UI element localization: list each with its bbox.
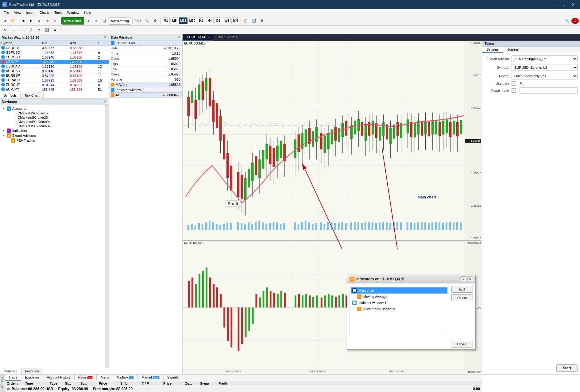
market-watch-row[interactable]: USDJPY 149.849 149.850 1 <box>0 60 109 64</box>
new-chart-button[interactable]: 🗂 <box>1 17 9 25</box>
term-tab-signals[interactable]: Signals <box>164 375 182 381</box>
market-watch-row[interactable]: USDCHF 0.89237 0.89238 1 <box>0 46 109 51</box>
chart-tab-eurusd[interactable]: EURUSD,M15 <box>183 34 213 40</box>
market-watch-row[interactable]: EURJPY 158.745 158.796 51 <box>0 87 109 92</box>
arrow-tool[interactable]: ↕ <box>67 26 75 34</box>
market-watch-row[interactable]: EURCHF 0.94544 0.94552 8 <box>0 83 109 87</box>
menu-insert[interactable]: Insert <box>24 10 37 15</box>
text-label-tool[interactable]: T <box>59 26 67 34</box>
tester-start-button[interactable]: Start <box>556 364 578 372</box>
market-watch-row[interactable]: EURGBP 0.87095 0.87106 11 <box>0 73 109 78</box>
tf-d1[interactable]: D1 <box>214 17 222 24</box>
tester-visual-checkbox[interactable] <box>512 88 516 93</box>
tf-m1[interactable]: M1 <box>162 17 170 24</box>
notification-badge[interactable]: 1 <box>571 18 579 24</box>
forward-button[interactable]: ▶ <box>27 17 35 25</box>
tester-tab-journal[interactable]: Journal <box>503 47 523 53</box>
close-dialog-button[interactable]: Close <box>451 341 473 348</box>
tf-m5[interactable]: M5 <box>170 17 178 24</box>
template-button[interactable]: 📋 <box>242 17 249 25</box>
text-tool[interactable]: A <box>51 26 59 34</box>
fibo-tool[interactable]: 🔢 <box>43 26 51 34</box>
horizontal-line-tool[interactable]: ─ <box>19 26 27 34</box>
maximize-button[interactable]: □ <box>560 2 568 8</box>
menu-file[interactable]: File <box>1 10 12 15</box>
market-watch-row[interactable]: EURUSD 1.05948 1.05950 2 <box>0 55 109 60</box>
nav-tab-favorites[interactable]: Favorites <box>21 368 43 374</box>
crosshair-tool[interactable]: + <box>9 26 17 34</box>
term-tab-trade[interactable]: Trade <box>5 375 21 381</box>
term-tab-mailbox[interactable]: Mailbox6 <box>113 375 138 381</box>
term-tab-alerts[interactable]: Alerts <box>97 375 113 381</box>
navigator-tree-item[interactable]: ▼ A Accounts <box>1 106 104 111</box>
search-button[interactable]: 🔍 <box>563 17 571 25</box>
tab-tick-chart[interactable]: Tick Chart <box>21 92 44 98</box>
term-tab-account-history[interactable]: Account History <box>43 375 75 381</box>
delete-button[interactable]: Delete <box>451 294 473 301</box>
close-button[interactable]: ✕ <box>569 2 578 8</box>
tf-h4[interactable]: H4 <box>206 17 214 24</box>
zoom-in-button[interactable]: 🔍+ <box>134 17 142 25</box>
term-tab-news[interactable]: News99 <box>75 375 97 381</box>
tester-ea-select[interactable]: FEA Trading\MT4_Pr... <box>512 56 578 62</box>
dialog-item-ac[interactable]: ⚡ Accelerator Oscillator <box>351 306 447 312</box>
tester-tab-settings[interactable]: Settings <box>482 47 503 53</box>
pending-button[interactable]: ▷ <box>93 17 100 25</box>
market-watch-close[interactable]: ✕ <box>104 35 107 40</box>
properties-button[interactable]: ⚙ <box>152 17 159 25</box>
navigator-tree-item[interactable]: E FEA Trading <box>1 138 104 143</box>
minimize-button[interactable]: ─ <box>551 2 559 8</box>
navigator-tree-item[interactable]: ▼ E Expert Advisors <box>1 133 104 138</box>
market-watch-row[interactable]: EURAUD 1.67793 1.67809 16 <box>0 78 109 83</box>
dialog-help-button[interactable]: ? <box>461 276 466 282</box>
back-button[interactable]: ◀ <box>19 17 27 25</box>
dialog-item-indicator-window[interactable]: 📈 Indicator window 1 <box>351 300 447 306</box>
menu-charts[interactable]: Charts <box>37 10 52 15</box>
tester-speed-slider[interactable] <box>520 87 578 94</box>
new-order-button[interactable]: New Order <box>61 17 84 25</box>
market-watch-row[interactable]: GBPUSD 1.21638 1.21647 9 <box>0 50 109 55</box>
menu-window[interactable]: Window <box>65 10 82 15</box>
mail-button[interactable]: ✉ <box>43 17 51 25</box>
navigator-close[interactable]: ✕ <box>104 99 107 104</box>
data-window-close[interactable]: ✕ <box>177 35 180 40</box>
chart-tab-usdjpy[interactable]: USDJPY,M15 <box>213 34 242 40</box>
tab-symbols[interactable]: Symbols <box>0 92 21 98</box>
tf-m15[interactable]: M15 <box>179 17 187 24</box>
tester-symbol-select[interactable]: EURUSD, Euro vs US... <box>512 64 578 71</box>
cursor-tool[interactable]: ↖ <box>1 26 9 34</box>
menu-tools[interactable]: Tools <box>52 10 65 15</box>
open-button[interactable]: 📂 <box>9 17 17 25</box>
tester-model-select[interactable]: Open prices only (fas... <box>512 73 578 79</box>
indicators-dialog[interactable]: ⚙ Indicators on EURUSD,M15 ? ✕ <box>347 275 476 350</box>
market-watch-row[interactable]: AUDUSD 0.63140 0.63141 1 <box>0 69 109 73</box>
nav-tab-common[interactable]: Common <box>0 368 21 374</box>
term-tab-exposure[interactable]: Exposure <box>21 375 43 381</box>
print-button[interactable]: 🖨 <box>35 17 43 25</box>
tf-mn[interactable]: MN <box>231 17 239 24</box>
navigator-tree-item[interactable]: ICMarketsSC-Live26 <box>1 115 104 120</box>
tf-h1[interactable]: H1 <box>197 17 205 24</box>
trendline-tool[interactable]: ╱ <box>27 26 35 34</box>
navigator-tree-item[interactable]: ICMarketsSC-Live15 <box>1 111 104 115</box>
edit-button[interactable]: Edit <box>451 286 473 293</box>
modify-button[interactable]: 📊 <box>101 17 108 25</box>
auto-trading-button[interactable]: AutoTrading <box>109 17 131 25</box>
market-execution-button[interactable]: ♦ <box>85 17 92 25</box>
channel-tool[interactable]: ≡ <box>35 26 43 34</box>
dialog-item-moving-average[interactable]: 〜 Moving Average <box>351 294 447 300</box>
tf-m30[interactable]: M30 <box>188 17 196 24</box>
tf-w1[interactable]: W1 <box>223 17 231 24</box>
navigator-tree-item[interactable]: ICMarketsSC-Demo02 <box>1 124 104 128</box>
market-watch-row[interactable]: USDCAD 1.37130 1.37142 12 <box>0 64 109 69</box>
refresh-button[interactable]: 🔄 <box>250 17 257 25</box>
navigator-tree-item[interactable]: ▼ I Indicators <box>1 128 104 133</box>
navigator-scrollbar[interactable] <box>105 105 109 368</box>
zoom-out-button[interactable]: 🔍- <box>143 17 151 25</box>
term-tab-market[interactable]: Market139 <box>138 375 164 381</box>
tester-use-date-checkbox[interactable] <box>512 81 516 86</box>
dialog-item-main-chart[interactable]: 📊 Main chart <box>351 287 447 294</box>
menu-help[interactable]: Help <box>82 10 94 15</box>
settings-button[interactable]: ⚙ <box>258 17 265 25</box>
navigator-tree-item[interactable]: ICMarketsSC-Demo04 <box>1 120 104 124</box>
